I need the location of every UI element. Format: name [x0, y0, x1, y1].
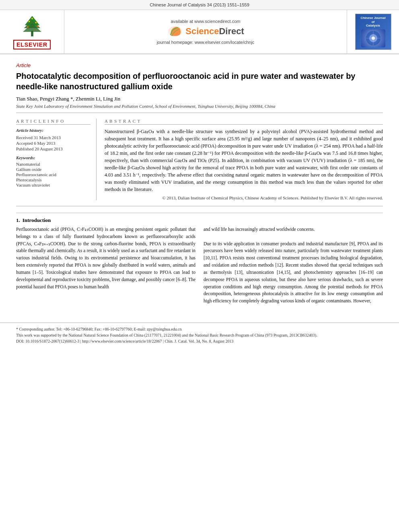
- sciencedirect-box: available at www.sciencedirect.com Scien…: [64, 10, 347, 53]
- cj-cover-image: Chinese JournalofCatalysis: [355, 14, 391, 50]
- sd-logo-direct: Direct: [219, 26, 244, 37]
- sd-available-text: available at www.sciencedirect.com: [171, 19, 240, 24]
- svg-point-4: [28, 21, 30, 23]
- page-wrapper: Chinese Journal of Catalysis 34 (2013) 1…: [0, 0, 399, 532]
- keyword-gallium-oxide: Gallium oxide: [16, 167, 90, 172]
- footer-doi: DOI: 10.1016/S1872-2067(12)60612-3 | htt…: [16, 338, 383, 344]
- elsevier-tree-icon: [16, 14, 48, 38]
- abstract-heading: A B S T R A C T: [105, 119, 383, 125]
- footer-funding: This work was supported by the National …: [16, 332, 383, 338]
- article-history-label: Article history:: [16, 128, 90, 133]
- sd-logo-science: Science: [185, 26, 219, 37]
- intro-heading: Introduction: [23, 217, 51, 224]
- journal-header: ELSEVIER available at www.sciencedirect.…: [0, 10, 399, 54]
- article-received: Received 31 March 2013: [16, 135, 90, 140]
- article-info-column: A R T I C L E I N F O Article history: R…: [16, 119, 97, 200]
- keywords-label: Keywords:: [16, 155, 90, 160]
- top-bar: Chinese Journal of Catalysis 34 (2013) 1…: [0, 0, 399, 10]
- intro-number: 1.: [16, 217, 20, 224]
- cj-cover-graphic: [361, 29, 385, 47]
- body-left-col: Perfluorooctanoic acid (PFOA, C₇F₁₅COOH)…: [16, 226, 195, 308]
- svg-point-6: [27, 26, 29, 28]
- sd-logo: Science Direct: [167, 25, 244, 37]
- article-title: Photocatalytic decomposition of perfluor…: [16, 71, 383, 92]
- article-published: Published 20 August 2013: [16, 146, 90, 151]
- article-accepted: Accepted 6 May 2013: [16, 141, 90, 146]
- sd-homepage-text: journal homepage: www.elsevier.com/locat…: [157, 40, 255, 45]
- svg-point-7: [37, 26, 39, 27]
- footer-corresponding: * Corresponding author. Tel: +86-10-6279…: [16, 326, 383, 332]
- svg-point-5: [35, 22, 37, 23]
- article-info-heading: A R T I C L E I N F O: [16, 119, 90, 125]
- section-divider: [16, 213, 383, 213]
- cj-cover-title: Chinese JournalofCatalysis: [360, 16, 385, 28]
- body-right-col: and wild life has increasingly attracted…: [204, 226, 383, 308]
- copyright-line: © 2013, Dalian Institute of Chemical Phy…: [105, 195, 383, 200]
- intro-heading-row: 1. Introduction: [16, 217, 383, 224]
- keyword-vacuum-uv: Vacuum ultraviolet: [16, 183, 90, 187]
- article-label: Article: [16, 62, 383, 68]
- article-affiliation: State Key Joint Laboratory of Environmen…: [16, 104, 383, 113]
- keyword-nanomaterial: Nanomaterial: [16, 162, 90, 166]
- sciencedirect-icon: [167, 25, 183, 37]
- svg-point-8: [31, 18, 33, 19]
- elsevier-label: ELSEVIER: [13, 40, 51, 49]
- body-two-col: Perfluorooctanoic acid (PFOA, C₇F₁₅COOH)…: [16, 226, 383, 308]
- chinese-journal-box: Chinese JournalofCatalysis: [347, 10, 399, 53]
- article-info-abstract-section: A R T I C L E I N F O Article history: R…: [16, 119, 383, 206]
- abstract-column: A B S T R A C T Nanostructured β-Ga₂O₃ w…: [105, 119, 383, 200]
- article-content: Article Photocatalytic decomposition of …: [0, 54, 399, 316]
- intro-left-text: Perfluorooctanoic acid (PFOA, C₇F₁₅COOH)…: [16, 226, 195, 290]
- intro-right-text: and wild life has increasingly attracted…: [204, 226, 383, 305]
- keyword-photocatalysis: Photocatalysis: [16, 177, 90, 182]
- journal-citation: Chinese Journal of Catalysis 34 (2013) 1…: [150, 2, 249, 7]
- page-footer: * Corresponding author. Tel: +86-10-6279…: [0, 322, 399, 348]
- abstract-text: Nanostructured β-Ga₂O₃ with a needle-lik…: [105, 128, 383, 193]
- elsevier-logo-box: ELSEVIER: [0, 10, 64, 53]
- article-authors: Tian Shao, Pengyi Zhang *, Zhenmin Li, L…: [16, 96, 383, 102]
- keyword-pfoa: Perfluorooctanoic acid: [16, 172, 90, 177]
